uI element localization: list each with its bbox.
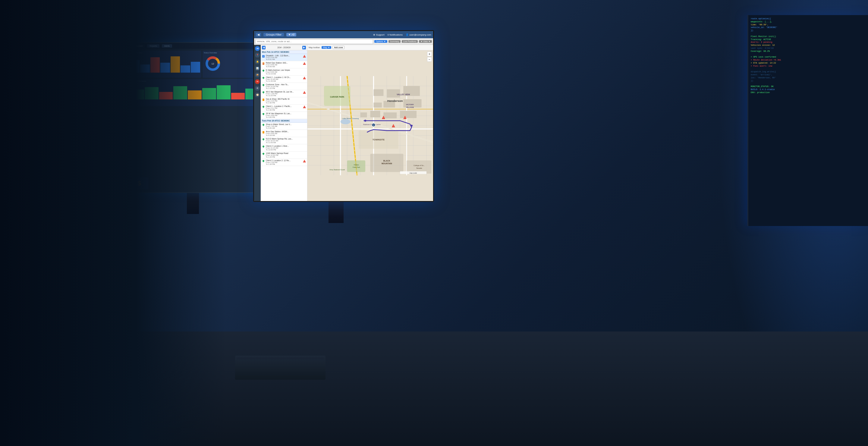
tue-trip-loc-3: Client 2: Location 1 Sher... (266, 145, 306, 147)
tue-trip-4[interactable]: 1240 Warm Springs Road From 12:30 PM To … (261, 152, 307, 159)
key (249, 357, 255, 359)
map-canvas[interactable]: CARVER PARK (307, 50, 433, 201)
trip-item-7[interactable]: Client 1 - Location 2: Pacific... From 2… (261, 104, 307, 112)
trip-info-0: Dispatch - LVA - 113 Bum... From 6:35 AM… (266, 55, 302, 60)
trip-info-8: 26 W Van Wagenen St, Las... From 3:00 PM… (266, 113, 302, 118)
trip-info-6: Gas & Shop: 360 Pacific St From 2:15 PM … (266, 98, 302, 104)
live-positions-button[interactable]: Live Positions (402, 40, 418, 43)
svg-text:1: 1 (373, 124, 374, 126)
code-line: Last sync: 2/19/19 (751, 47, 866, 50)
notifications-link[interactable]: 0 Notifications (388, 33, 403, 36)
trip-alert-2-empty (303, 69, 306, 72)
sidebar-box-icon[interactable]: 📦 (255, 73, 260, 77)
search-input[interactable] (255, 39, 373, 44)
svg-text:map scale: map scale (410, 172, 417, 174)
view-button[interactable]: ▼ View ▼ (419, 40, 432, 43)
svg-text:Lake Mead Crossing: Lake Mead Crossing (342, 118, 359, 119)
summary-button[interactable]: Summary (389, 40, 401, 43)
key (268, 357, 274, 359)
trip-item-1[interactable]: ⛽ Rebel Gas Station: 843... From 8:56 AM… (261, 61, 307, 68)
sidebar-bell-icon[interactable]: 🔔 (255, 59, 260, 64)
trip-time-1b: To 8:59 AM (266, 66, 302, 67)
sidebar-block-icon[interactable]: ⛔ (255, 79, 260, 84)
svg-text:Falls Park: Falls Park (352, 166, 360, 168)
tue-trip-loc-1: Arco Gas Station: 64584... (266, 130, 306, 133)
code-line (751, 32, 866, 35)
key (287, 357, 293, 359)
code-line: MONITOR_STATUS: OK (751, 85, 866, 88)
sidebar-chart-icon[interactable]: 📊 (255, 66, 260, 71)
zoom-in-button[interactable]: + (427, 52, 432, 56)
prev-date-button[interactable]: ◀ (262, 46, 266, 50)
tue-trip-1[interactable]: Arco Gas Station: 64584... From 9:00 AM … (261, 130, 307, 137)
support-link[interactable]: ⊕ Support (373, 33, 384, 36)
trip-loc-icon-4 (262, 84, 265, 87)
trip-loc-icon-7 (262, 105, 265, 108)
tue-trip-2[interactable]: 513 E Warm Springs Rd, Las... From 10:22… (261, 137, 307, 145)
sidebar-compass-icon[interactable]: 🧭 (255, 93, 260, 97)
trip-item-5[interactable]: 46 E Van Wagenen St, Las Ve... From 1:30… (261, 90, 307, 97)
code-line: waypoints: [...], (751, 21, 866, 24)
trip-fuel-icon-6 (262, 98, 265, 101)
back-arrow-icon: ◀ (257, 33, 259, 36)
sidebar-pin-icon[interactable]: 📍 (255, 53, 260, 58)
svg-marker-31 (263, 161, 264, 162)
svg-marker-25 (263, 139, 264, 141)
zoom-out-button[interactable]: − (427, 57, 432, 62)
tue-loc-icon-5 (262, 160, 265, 163)
svg-text:College of So...: College of So... (413, 164, 425, 166)
svg-marker-15 (263, 93, 264, 94)
alert-triangle-tue-5 (303, 160, 306, 162)
keyboard-keys (235, 356, 326, 361)
svg-marker-13 (263, 85, 264, 87)
top-actions: ⊕ Support 0 Notifications 👤 user@company… (373, 33, 431, 36)
trip-info-2: E Highs Avenue, Las Vegas From 9:00 AM T… (266, 69, 302, 75)
user-menu[interactable]: 👤 user@company.com (406, 33, 431, 36)
svg-text:MOUNTAIN: MOUNTAIN (381, 162, 392, 164)
svg-rect-94 (347, 160, 365, 172)
map-type-button[interactable]: Map ▼ (321, 46, 332, 49)
svg-marker-11 (263, 78, 264, 79)
next-date-button[interactable]: ▶ (302, 46, 306, 50)
code-line: dispatch.log.write({ (751, 70, 866, 73)
monday-label: Mon Feb 14 ATCC SE3636C (262, 51, 289, 53)
trip-item-2[interactable]: E Highs Avenue, Las Vegas From 9:00 AM T… (261, 68, 307, 76)
sidebar-map-icon[interactable]: 🗺 (255, 46, 260, 51)
key (280, 357, 286, 359)
svg-text:VICTORY: VICTORY (406, 104, 414, 105)
trip-alert-0 (303, 55, 306, 58)
trip-alert-4-empty (303, 84, 306, 87)
code-line: loc: 'Henderson, NV' (751, 76, 866, 79)
svg-text:VILLAGE: VILLAGE (406, 106, 414, 108)
svg-point-84 (410, 125, 412, 127)
code-line: > Fuel alert: low (751, 65, 866, 68)
code-line (751, 53, 866, 56)
tue-trip-3[interactable]: Client 2: Location 1 Sher... From 11:15 … (261, 145, 307, 152)
add-zone-button[interactable]: Add zone (333, 46, 344, 49)
filter-all-button[interactable]: ▼ All (286, 33, 296, 36)
groups-filter-button[interactable]: Groups Filter (264, 33, 284, 36)
trip-item-0[interactable]: D Dispatch - LVA - 113 Bum... From 6:35 … (261, 54, 307, 61)
svg-text:Nevada: Nevada (416, 167, 422, 169)
trip-info-3: Client 2 - Location 1: W Ch... From 11:0… (266, 76, 302, 82)
trip-dispatch-icon: D (262, 55, 265, 58)
sidebar-gear-icon[interactable]: ⚙ (255, 86, 260, 91)
trip-item-6[interactable]: Gas & Shop: 360 Pacific St From 2:15 PM … (261, 97, 307, 104)
trip-loc-3: Client 2 - Location 1: W Ch... (266, 76, 302, 78)
trip-item-4[interactable]: Customer Zone - Hen To... From 12:25 PM … (261, 83, 307, 90)
tue-loc-icon-0 (262, 124, 265, 127)
svg-marker-27 (263, 147, 264, 148)
trip-loc-icon-5 (262, 91, 265, 94)
trip-item-3[interactable]: Client 2 - Location 1: W Ch... From 11:0… (261, 76, 307, 83)
svg-marker-20 (263, 114, 264, 116)
trip-item-8[interactable]: 26 W Van Wagenen St, Las... From 3:00 PM… (261, 112, 307, 119)
back-button[interactable]: ◀ (256, 33, 261, 36)
tue-trip-0[interactable]: Shop in Water Street, Las V... From 7:45… (261, 123, 307, 130)
alert-triangle-3 (303, 76, 306, 79)
code-line: vehicle_id: 'SE3636C' (751, 26, 866, 29)
key (312, 357, 318, 359)
options-button[interactable]: Options ▼ (374, 40, 387, 43)
tue-trip-5[interactable]: Client 2: Location 2: 12 Re... From 1:20… (261, 159, 307, 166)
tuesday-header: Tues Feb 19 ATCC SE3636C (261, 119, 307, 123)
svg-text:VALLEY VIEW: VALLEY VIEW (397, 93, 410, 96)
